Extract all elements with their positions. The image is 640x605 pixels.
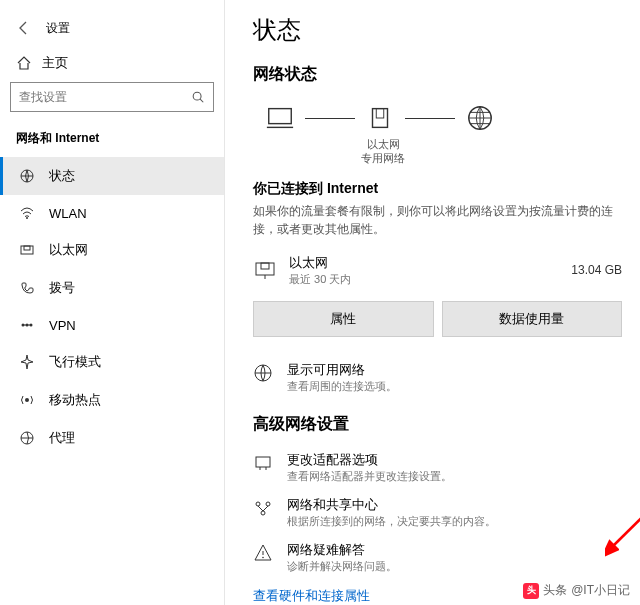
nav-wlan[interactable]: WLAN: [0, 195, 224, 231]
pc-icon: [265, 103, 295, 133]
advanced-heading: 高级网络设置: [253, 414, 622, 435]
svg-rect-24: [261, 263, 269, 269]
vpn-icon: [19, 317, 35, 333]
watermark-prefix: 头条: [543, 582, 567, 599]
nav-label: 状态: [49, 167, 75, 185]
eth-amount: 13.04 GB: [571, 263, 622, 277]
svg-rect-28: [256, 457, 270, 467]
nav-hotspot[interactable]: 移动热点: [0, 381, 224, 419]
nav-label: 飞行模式: [49, 353, 101, 371]
show-net-sub: 查看周围的连接选项。: [287, 379, 397, 394]
warning-icon: [253, 541, 275, 563]
adapter-options-row[interactable]: 更改适配器选项 查看网络适配器并更改连接设置。: [253, 445, 622, 490]
proxy-icon: [19, 430, 35, 446]
eth-name: 以太网: [289, 254, 561, 272]
sidebar-section-title: 网络和 Internet: [0, 122, 224, 157]
home-label: 主页: [42, 54, 68, 72]
show-networks-row[interactable]: 显示可用网络 查看周围的连接选项。: [253, 355, 622, 400]
sharing-sub: 根据所连接到的网络，决定要共享的内容。: [287, 514, 496, 529]
nav-label: 以太网: [49, 241, 88, 259]
show-net-name: 显示可用网络: [287, 361, 397, 379]
svg-point-32: [266, 502, 270, 506]
troubleshoot-name: 网络疑难解答: [287, 541, 397, 559]
nav-status[interactable]: 状态: [0, 157, 224, 195]
wifi-icon: [19, 205, 35, 221]
app-title: 设置: [46, 20, 70, 37]
troubleshoot-row[interactable]: 网络疑难解答 诊断并解决网络问题。: [253, 535, 622, 580]
search-input[interactable]: [19, 90, 191, 104]
eth-sub: 最近 30 天内: [289, 272, 561, 287]
hotspot-icon: [19, 392, 35, 408]
network-diagram: [253, 95, 622, 137]
svg-rect-17: [376, 109, 384, 118]
svg-point-31: [256, 502, 260, 506]
nav-label: VPN: [49, 318, 76, 333]
globe-icon: [253, 361, 275, 383]
nav-label: 拨号: [49, 279, 75, 297]
troubleshoot-sub: 诊断并解决网络问题。: [287, 559, 397, 574]
content-area: 状态 网络状态 以太网 专用网络 你已连接到 Internet 如果你的流量套餐…: [225, 0, 640, 605]
nav-proxy[interactable]: 代理: [0, 419, 224, 457]
ethernet-icon: [253, 258, 279, 282]
svg-rect-14: [269, 109, 292, 124]
connected-desc: 如果你的流量套餐有限制，则你可以将此网络设置为按流量计费的连接，或者更改其他属性…: [253, 202, 622, 238]
back-button[interactable]: [8, 12, 40, 44]
search-icon: [191, 90, 205, 104]
connected-heading: 你已连接到 Internet: [253, 180, 622, 198]
nav-dialup[interactable]: 拨号: [0, 269, 224, 307]
nav-label: 代理: [49, 429, 75, 447]
diagram-label: 以太网 专用网络: [353, 137, 413, 166]
network-status-heading: 网络状态: [253, 64, 622, 85]
adapter-name: 更改适配器选项: [287, 451, 452, 469]
ethernet-icon: [19, 242, 35, 258]
svg-point-0: [193, 92, 201, 100]
home-nav[interactable]: 主页: [0, 48, 224, 82]
ethernet-row[interactable]: 以太网 最近 30 天内 13.04 GB: [253, 250, 622, 291]
watermark: 头 头条 @IT小日记: [523, 582, 630, 599]
sharing-name: 网络和共享中心: [287, 496, 496, 514]
adapter-icon: [253, 451, 275, 473]
svg-line-1: [200, 99, 203, 102]
airplane-icon: [19, 354, 35, 370]
nav-label: 移动热点: [49, 391, 101, 409]
nav-ethernet[interactable]: 以太网: [0, 231, 224, 269]
page-title: 状态: [253, 14, 622, 46]
watermark-logo-icon: 头: [523, 583, 539, 599]
data-usage-button[interactable]: 数据使用量: [442, 301, 623, 337]
svg-point-4: [26, 217, 28, 219]
globe-icon: [465, 103, 495, 133]
nav-vpn[interactable]: VPN: [0, 307, 224, 343]
adapter-sub: 查看网络适配器并更改连接设置。: [287, 469, 452, 484]
nav-airplane[interactable]: 飞行模式: [0, 343, 224, 381]
svg-point-35: [262, 556, 264, 558]
sharing-icon: [253, 496, 275, 518]
router-icon: [365, 103, 395, 133]
home-icon: [16, 55, 32, 71]
properties-button[interactable]: 属性: [253, 301, 434, 337]
sharing-center-row[interactable]: 网络和共享中心 根据所连接到的网络，决定要共享的内容。: [253, 490, 622, 535]
dialup-icon: [19, 280, 35, 296]
nav-label: WLAN: [49, 206, 87, 221]
svg-point-11: [25, 398, 29, 402]
watermark-text: @IT小日记: [571, 582, 630, 599]
sidebar: 设置 主页 网络和 Internet 状态 WLAN: [0, 0, 225, 605]
search-box[interactable]: [10, 82, 214, 112]
svg-rect-6: [24, 246, 30, 250]
status-icon: [19, 168, 35, 184]
